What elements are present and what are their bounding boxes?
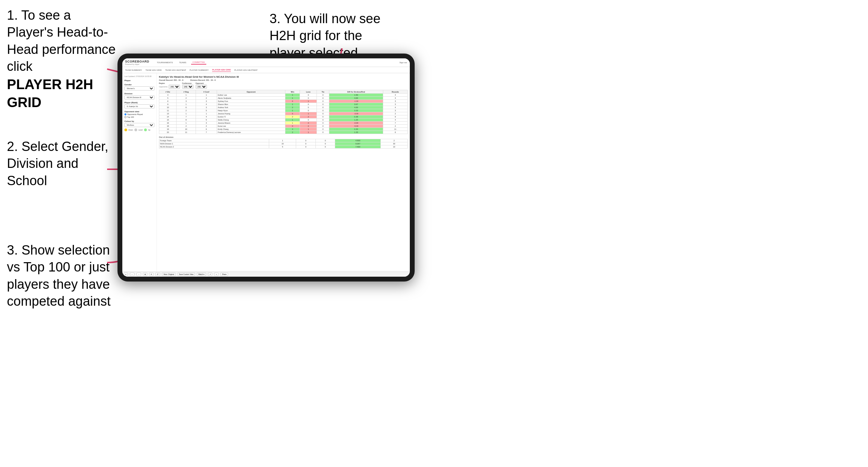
btn-grid[interactable]: ⊞: [143, 273, 147, 276]
cell-win: 1: [285, 103, 300, 106]
instruction-step2: 2. Select Gender, Division and School: [7, 138, 111, 189]
sub-nav-team-h2h-grid[interactable]: TEAM H2H GRID: [145, 68, 162, 72]
btn-forward[interactable]: →: [136, 273, 141, 276]
cell-diff: 9.267: [335, 142, 381, 145]
cell-conf: 4: [196, 103, 217, 106]
cell-div: 14: [159, 115, 177, 118]
sub-nav-team-h2h-heatmap[interactable]: TEAM H2H HEATMAP: [165, 68, 186, 72]
out-of-division-label: Out of division: [159, 136, 408, 138]
cell-tie: 0: [317, 100, 329, 103]
cell-win: 2: [285, 106, 300, 109]
panel-records: Overall Record: 353 - 34 - 6 Division Re…: [159, 79, 408, 81]
col-conf: # Conf: [196, 90, 217, 94]
cell-reg: 1: [177, 103, 196, 106]
sub-nav-player-summary[interactable]: PLAYER SUMMARY: [189, 68, 208, 72]
division-select[interactable]: NCAA Division III NCAA Division I NCAA D…: [124, 95, 154, 99]
sub-nav: TEAM SUMMARY TEAM H2H GRID TEAM H2H HEAT…: [122, 67, 410, 73]
colour-by-select[interactable]: Win/loss: [124, 123, 154, 127]
cell-div: 20: [159, 131, 177, 134]
btn-refresh[interactable]: ⟳: [149, 273, 153, 276]
table-row: 19 10 6 Emily Chang 4 1 0 0.30 11: [159, 128, 408, 131]
sub-nav-team-summary[interactable]: TEAM SUMMARY: [125, 68, 142, 72]
cell-rounds: 3: [383, 97, 408, 100]
btn-save-custom[interactable]: Save Custom View: [178, 273, 195, 276]
cell-div: 9: [159, 103, 177, 106]
btn-share[interactable]: Share: [220, 273, 228, 276]
instruction-step3-bottom: 3. Show selection vs Top 100 or just pla…: [7, 242, 117, 310]
nav-tournaments[interactable]: TOURNAMENTS: [155, 61, 174, 64]
cell-loss: 0: [296, 142, 316, 145]
sub-nav-player-h2h-heatmap[interactable]: PLAYER H2H HEATMAP: [234, 68, 257, 72]
col-win: Win: [285, 90, 300, 94]
top-nav: SCOREBOARD Powered by clippd TOURNAMENTS…: [122, 58, 410, 67]
cell-reg: 1: [177, 94, 196, 97]
table-row: 3 1 1 Esther Lee 1 0 0 1.50 4: [159, 94, 408, 97]
btn-view-original[interactable]: View: Original: [162, 273, 176, 276]
cell-rounds: 11: [383, 128, 408, 131]
cell-diff: -3.00: [329, 112, 383, 115]
cell-opponent: NCAA Division 2: [159, 145, 269, 149]
btn-timer[interactable]: ⏱: [155, 273, 160, 276]
cell-div: 5: [159, 97, 177, 100]
content-panel: Katelyn Vo Head-to-Head Grid for Women's…: [157, 73, 410, 271]
table-row: 20 11 7 Frederica Domecq Lacroze 2 1 0 1…: [159, 131, 408, 134]
gender-select[interactable]: Women's Men's: [124, 86, 154, 90]
radio-top-100[interactable]: Top 100: [124, 116, 154, 118]
table-row: 15 8 5 Stella Cheng 1 0 0 1.25 4: [159, 118, 408, 122]
out-of-division: Out of division Foreign Team 1 0 0 4.500…: [159, 136, 408, 149]
nav-teams[interactable]: TEAMS: [178, 61, 188, 64]
cell-rounds: 30: [380, 142, 407, 145]
cell-tie: 0: [317, 131, 329, 134]
cell-win: 15: [269, 142, 296, 145]
opponent-select[interactable]: (All): [196, 85, 207, 89]
conference-filter-label: Conference: [182, 82, 194, 84]
legend-level-label: Level: [139, 129, 143, 131]
cell-tie: 0: [317, 128, 329, 131]
cell-reg: 1: [177, 122, 196, 125]
opponents-label: Opponents:: [159, 86, 168, 88]
division-section: Division NCAA Division III NCAA Division…: [124, 93, 154, 99]
cell-div: 11: [159, 109, 177, 112]
sign-out[interactable]: Sign out: [399, 61, 407, 64]
app-content: SCOREBOARD Powered by clippd TOURNAMENTS…: [122, 58, 410, 277]
cell-opponent: Andrea York: [217, 106, 285, 109]
cell-div: 18: [159, 125, 177, 128]
btn-fullscreen[interactable]: ⤡: [214, 273, 218, 276]
cell-diff: 3.67: [329, 103, 383, 106]
cell-reg: 8: [177, 118, 196, 122]
bottom-bar: ↩ ← → ⊞ ⟳ ⏱ View: Original Save Custom V…: [122, 271, 410, 277]
cell-loss: 2: [300, 125, 317, 128]
conference-select[interactable]: (All): [182, 85, 194, 89]
legend-down-label: Down: [129, 129, 133, 131]
table-row: 6 3 3 Sydney Kuo 0 1 0 -1.00 3: [159, 100, 408, 103]
cell-diff: 0.38: [329, 115, 383, 118]
cell-rounds: 2: [383, 125, 408, 128]
player-label: Player: [124, 79, 154, 82]
cell-conf: 4: [196, 115, 217, 118]
btn-back[interactable]: ←: [130, 273, 134, 276]
radio-opponents-played[interactable]: Opponents Played: [124, 113, 154, 115]
division-label: Division: [124, 93, 154, 95]
cell-conf: 6: [196, 128, 217, 131]
cell-loss: 0: [300, 118, 317, 122]
player-rank-select[interactable]: 8. Katelyn Vo: [124, 104, 154, 108]
col-div: # Div: [159, 90, 177, 94]
cell-opponent: Emily Chang: [217, 128, 285, 131]
cell-tie: 0: [317, 112, 329, 115]
cell-win: 2: [285, 115, 300, 118]
cell-win: 1: [269, 139, 296, 142]
nav-committee[interactable]: COMMITTEE: [191, 60, 206, 65]
btn-expand[interactable]: ↗: [208, 273, 212, 276]
tablet-frame: SCOREBOARD Powered by clippd TOURNAMENTS…: [117, 54, 415, 282]
cell-div: 16: [159, 122, 177, 125]
btn-watch[interactable]: Watch ▾: [197, 273, 206, 276]
btn-undo[interactable]: ↩: [124, 273, 128, 276]
table-row: 11 2 5 Heejo Hyun 1 0 0 3.33 3: [159, 109, 408, 112]
cell-opponent: Heejo Hyun: [217, 109, 285, 112]
region-select[interactable]: (All): [169, 85, 180, 89]
cell-conf: 3: [196, 122, 217, 125]
sub-nav-player-h2h-grid[interactable]: PLAYER H2H GRID: [212, 68, 231, 72]
cell-loss: 1: [300, 112, 317, 115]
cell-div: 6: [159, 100, 177, 103]
cell-diff: 0.30: [329, 128, 383, 131]
